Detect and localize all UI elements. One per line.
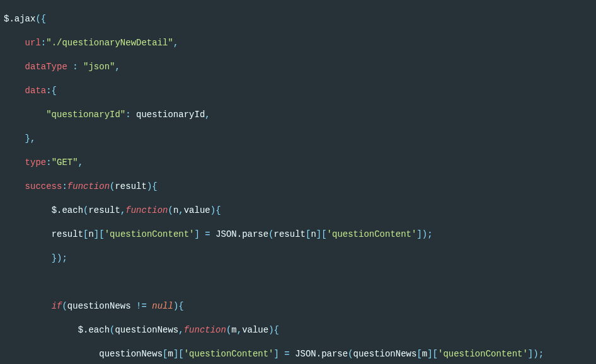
code-line: $.each(result,function(n,value){ [4, 205, 592, 217]
code-line: type:"GET", [4, 157, 592, 169]
code-line: questionNews[m]['questionContent'] = JSO… [4, 348, 592, 360]
code-line: if(questionNews != null){ [4, 300, 592, 312]
code-line: data:{ [4, 85, 592, 97]
code-line: result[n]['questionContent'] = JSON.pars… [4, 229, 592, 241]
code-editor[interactable]: $.ajax({ url:"./questionaryNewDetail", d… [0, 0, 596, 364]
code-line: $.each(questionNews,function(m,value){ [4, 324, 592, 336]
code-line [4, 276, 592, 288]
code-line: success:function(result){ [4, 181, 592, 193]
code-line: url:"./questionaryNewDetail", [4, 37, 592, 49]
code-line: dataType : "json", [4, 61, 592, 73]
code-line: }, [4, 133, 592, 145]
code-line: }); [4, 253, 592, 264]
code-line: $.ajax({ [4, 13, 592, 25]
code-line: "questionaryId": questionaryId, [4, 109, 592, 121]
